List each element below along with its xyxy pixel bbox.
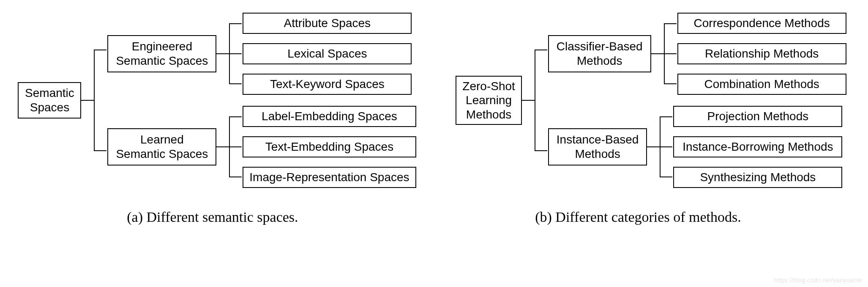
leaf-node: Lexical Spaces bbox=[243, 43, 412, 64]
connector bbox=[535, 50, 535, 151]
connector bbox=[664, 23, 665, 84]
leaf-node: Synthesizing Methods bbox=[673, 167, 842, 188]
right-branch-1-fork bbox=[647, 116, 661, 177]
leaf-node: Correspondence Methods bbox=[677, 13, 846, 34]
connector bbox=[216, 53, 229, 54]
connector bbox=[660, 116, 661, 177]
captions-row: (a) Different semantic spaces. (b) Diffe… bbox=[8, 209, 860, 225]
left-branch-1: Learned Semantic Spaces Label-Embedding … bbox=[107, 106, 416, 188]
diagram-page: Semantic Spaces Engineered Semantic Spac… bbox=[0, 0, 868, 287]
connector bbox=[229, 23, 230, 84]
connector bbox=[647, 146, 660, 147]
left-branch-0-leaves: Attribute Spaces Lexical Spaces Text-Key… bbox=[243, 13, 412, 95]
connector bbox=[81, 100, 94, 101]
left-branch-1-node: Learned Semantic Spaces bbox=[107, 128, 216, 165]
connector bbox=[229, 116, 230, 177]
leaf-node: Projection Methods bbox=[673, 106, 842, 127]
trees-row: Semantic Spaces Engineered Semantic Spac… bbox=[8, 13, 860, 188]
leaf-node: Text-Keyword Spaces bbox=[243, 74, 412, 95]
watermark-text: https://blog.csdn.net/yaoyuanie bbox=[774, 277, 862, 284]
right-branch-0: Classifier-Based Methods Correspondence … bbox=[548, 13, 846, 95]
left-branches: Engineered Semantic Spaces Attribute Spa… bbox=[107, 13, 416, 188]
connector bbox=[651, 53, 664, 54]
left-branch-1-fork bbox=[216, 116, 230, 177]
right-caption: (b) Different categories of methods. bbox=[535, 209, 741, 225]
left-branch-0-fork bbox=[216, 23, 230, 84]
connector bbox=[522, 100, 535, 101]
leaf-node: Relationship Methods bbox=[677, 43, 846, 64]
left-branch-1-leaves: Label-Embedding Spaces Text-Embedding Sp… bbox=[243, 106, 416, 188]
right-root-node: Zero-Shot Learning Methods bbox=[456, 76, 522, 125]
right-tree: Zero-Shot Learning Methods Classifier-Ba… bbox=[442, 13, 860, 188]
right-branch-0-node: Classifier-Based Methods bbox=[548, 35, 651, 72]
right-branch-0-fork bbox=[651, 23, 665, 84]
left-root-node: Semantic Spaces bbox=[18, 82, 81, 119]
left-caption: (a) Different semantic spaces. bbox=[127, 209, 298, 225]
left-root-fork bbox=[81, 50, 95, 151]
left-branch-0-node: Engineered Semantic Spaces bbox=[107, 35, 216, 72]
connector bbox=[94, 50, 95, 151]
right-branch-1: Instance-Based Methods Projection Method… bbox=[548, 106, 846, 188]
leaf-node: Instance-Borrowing Methods bbox=[673, 136, 842, 157]
right-branch-1-node: Instance-Based Methods bbox=[548, 128, 647, 165]
leaf-node: Combination Methods bbox=[677, 74, 846, 95]
right-branch-0-leaves: Correspondence Methods Relationship Meth… bbox=[677, 13, 846, 95]
leaf-node: Label-Embedding Spaces bbox=[243, 106, 416, 127]
right-root-fork bbox=[522, 50, 535, 151]
left-tree: Semantic Spaces Engineered Semantic Spac… bbox=[8, 13, 426, 188]
connector bbox=[216, 146, 229, 147]
leaf-node: Attribute Spaces bbox=[243, 13, 412, 34]
leaf-node: Text-Embedding Spaces bbox=[243, 136, 416, 157]
right-branches: Classifier-Based Methods Correspondence … bbox=[548, 13, 846, 188]
left-branch-0: Engineered Semantic Spaces Attribute Spa… bbox=[107, 13, 416, 95]
right-branch-1-leaves: Projection Methods Instance-Borrowing Me… bbox=[673, 106, 842, 188]
leaf-node: Image-Representation Spaces bbox=[243, 167, 416, 188]
